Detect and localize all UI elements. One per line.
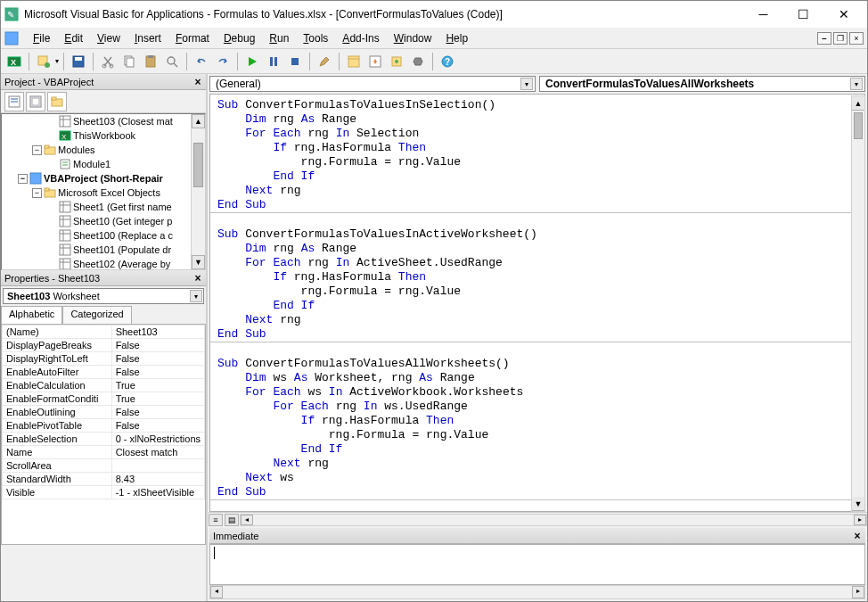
property-row[interactable]: DisplayRightToLeftFalse (3, 352, 205, 366)
tree-expander[interactable]: − (32, 188, 42, 198)
project-tree[interactable]: Sheet103 (Closest matXThisWorkbook−Modul… (1, 113, 206, 270)
scroll-left-icon[interactable]: ◂ (210, 586, 223, 598)
menu-add-ins[interactable]: Add-Ins (335, 30, 386, 46)
tree-item[interactable]: Sheet100 (Replace a c (2, 228, 205, 243)
dropdown-arrow-icon[interactable]: ▾ (55, 57, 59, 65)
code-vscrollbar[interactable]: ▲ ▼ (851, 95, 865, 512)
property-row[interactable]: NameClosest match (3, 446, 205, 459)
menu-tools[interactable]: Tools (296, 30, 335, 46)
code-editor[interactable]: Sub ConvertFormulasToValuesInSelection()… (209, 94, 865, 512)
break-button[interactable] (264, 52, 283, 71)
property-row[interactable]: EnableOutliningFalse (3, 406, 205, 419)
save-button[interactable] (69, 52, 88, 71)
find-button[interactable] (162, 52, 182, 71)
property-row[interactable]: ScrollArea (3, 459, 205, 473)
mdi-close-button[interactable]: × (849, 32, 864, 45)
property-value[interactable]: False (111, 339, 204, 352)
chevron-down-icon[interactable]: ▾ (520, 78, 533, 90)
code-procedure-dropdown[interactable]: ConvertFormulasToValuesAllWorksheets ▾ (539, 76, 865, 92)
property-row[interactable]: Visible-1 - xlSheetVisible (3, 486, 205, 499)
chevron-down-icon[interactable]: ▾ (850, 78, 863, 90)
scroll-thumb[interactable] (193, 143, 203, 187)
property-row[interactable]: EnablePivotTableFalse (3, 419, 205, 433)
insert-button[interactable] (34, 52, 53, 71)
property-row[interactable]: EnableFormatConditiTrue (3, 392, 205, 406)
paste-button[interactable] (141, 52, 160, 71)
mdi-minimize-button[interactable]: ‒ (817, 32, 831, 45)
menu-debug[interactable]: Debug (217, 30, 262, 46)
view-code-button[interactable] (4, 92, 24, 111)
tree-item[interactable]: Sheet10 (Get integer p (2, 214, 205, 228)
view-object-button[interactable] (26, 92, 45, 111)
property-row[interactable]: EnableAutoFilterFalse (3, 366, 205, 379)
tab-alphabetic[interactable]: Alphabetic (1, 306, 62, 324)
property-value[interactable]: False (111, 366, 204, 379)
close-button[interactable]: ✕ (823, 2, 864, 27)
procedure-view-button[interactable]: ≡ (209, 514, 223, 526)
full-module-view-button[interactable]: ▤ (225, 514, 239, 526)
property-value[interactable]: 0 - xlNoRestrictions (111, 433, 204, 446)
property-row[interactable]: StandardWidth8.43 (3, 473, 205, 486)
tree-item[interactable]: Sheet1 (Get first name (2, 200, 205, 214)
run-button[interactable] (242, 52, 262, 71)
toolbox-button[interactable] (408, 52, 428, 71)
scroll-down-icon[interactable]: ▼ (192, 255, 205, 269)
project-explorer-button[interactable] (344, 52, 364, 71)
scroll-right-icon[interactable]: ▸ (852, 586, 864, 598)
menu-file[interactable]: File (26, 30, 57, 46)
properties-object-selector[interactable]: Sheet103 Worksheet ▾ (3, 288, 204, 304)
maximize-button[interactable]: ☐ (783, 2, 823, 27)
menu-help[interactable]: Help (438, 30, 475, 46)
code-hscrollbar[interactable]: ◂ ▸ (240, 514, 867, 526)
tree-item[interactable]: Sheet101 (Populate dr (2, 243, 205, 257)
properties-window-button[interactable] (365, 52, 385, 71)
project-panel-close-button[interactable]: × (192, 76, 204, 88)
project-tree-scrollbar[interactable]: ▲ ▼ (191, 114, 205, 269)
reset-button[interactable] (285, 52, 305, 71)
code-object-dropdown[interactable]: (General) ▾ (209, 76, 536, 92)
object-browser-button[interactable] (387, 52, 406, 71)
scroll-down-icon[interactable]: ▼ (852, 497, 864, 511)
property-value[interactable]: False (111, 406, 204, 419)
tree-item[interactable]: Sheet103 (Closest mat (2, 114, 205, 128)
menu-view[interactable]: View (90, 30, 127, 46)
property-value[interactable]: Sheet103 (111, 326, 204, 339)
property-row[interactable]: EnableCalculationTrue (3, 379, 205, 392)
property-row[interactable]: EnableSelection0 - xlNoRestrictions (3, 433, 205, 446)
property-value[interactable]: True (111, 392, 204, 406)
tree-item[interactable]: Module1 (2, 157, 205, 171)
property-value[interactable] (111, 459, 204, 473)
toggle-folders-button[interactable] (47, 92, 67, 111)
property-row[interactable]: DisplayPageBreaksFalse (3, 339, 205, 352)
tree-item[interactable]: Sheet102 (Average by (2, 257, 205, 270)
scroll-up-icon[interactable]: ▲ (192, 114, 205, 128)
undo-button[interactable] (192, 52, 211, 71)
menu-window[interactable]: Window (387, 30, 439, 46)
scroll-left-icon[interactable]: ◂ (241, 515, 253, 525)
immediate-close-button[interactable]: × (851, 530, 864, 542)
help-button[interactable]: ? (438, 52, 457, 71)
immediate-window[interactable] (209, 544, 865, 585)
cut-button[interactable] (98, 52, 118, 71)
property-value[interactable]: False (111, 419, 204, 433)
properties-grid[interactable]: (Name)Sheet103DisplayPageBreaksFalseDisp… (1, 324, 206, 545)
copy-button[interactable] (119, 52, 139, 71)
properties-panel-close-button[interactable]: × (192, 272, 204, 285)
menu-insert[interactable]: Insert (127, 30, 168, 46)
mdi-restore-button[interactable]: ❐ (833, 32, 848, 45)
tree-item[interactable]: −Microsoft Excel Objects (2, 186, 205, 200)
menu-run[interactable]: Run (262, 30, 296, 46)
property-value[interactable]: True (111, 379, 204, 392)
tab-categorized[interactable]: Categorized (62, 306, 131, 324)
property-value[interactable]: False (111, 352, 204, 366)
tree-expander[interactable]: − (18, 174, 28, 184)
menu-format[interactable]: Format (168, 30, 217, 46)
menu-edit[interactable]: Edit (57, 30, 90, 46)
tree-expander[interactable]: − (32, 145, 42, 155)
tree-item[interactable]: −Modules (2, 143, 205, 157)
scroll-right-icon[interactable]: ▸ (854, 515, 866, 525)
property-value[interactable]: -1 - xlSheetVisible (111, 486, 204, 499)
tree-item[interactable]: −VBAProject (Short-Repair (2, 171, 205, 186)
property-value[interactable]: 8.43 (111, 473, 204, 486)
design-mode-button[interactable] (315, 52, 334, 71)
